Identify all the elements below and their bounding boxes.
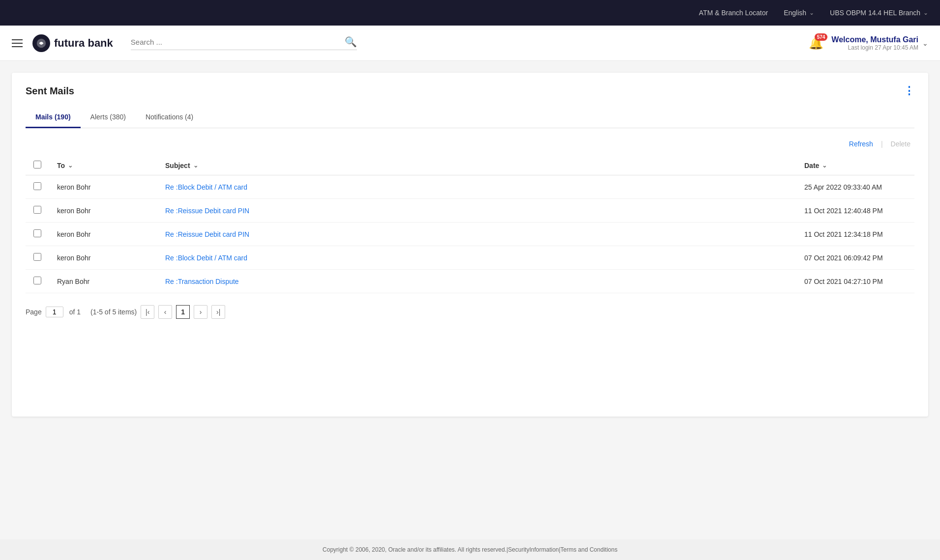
first-page-button[interactable]: |‹ (141, 305, 154, 319)
language-selector[interactable]: English ⌄ (784, 9, 814, 17)
row-to: keron Bohr (49, 175, 157, 199)
toolbar-separator: | (881, 140, 883, 148)
svg-point-1 (40, 42, 43, 45)
row-to: keron Bohr (49, 199, 157, 223)
logo: futura bank (32, 34, 113, 52)
notification-badge: 574 (815, 33, 828, 41)
row-date: 11 Oct 2021 12:34:18 PM (796, 223, 914, 246)
date-column-header[interactable]: Date ⌄ (796, 156, 914, 175)
prev-page-button[interactable]: ‹ (158, 305, 172, 319)
row-subject: Re :Block Debit / ATM card (157, 175, 796, 199)
to-sort-icon: ⌄ (68, 162, 73, 169)
subject-column-header[interactable]: Subject ⌄ (157, 156, 796, 175)
page-content: Sent Mails ⋮ Mails (190) Alerts (380) No… (12, 73, 928, 417)
pagination: Page of 1 (1-5 of 5 items) |‹ ‹ 1 › ›| (26, 305, 914, 319)
subject-sort-icon: ⌄ (193, 162, 198, 169)
user-name: Welcome, Mustufa Gari (831, 35, 918, 44)
row-checkbox-cell (26, 270, 49, 293)
page-title: Sent Mails (26, 85, 74, 97)
row-checkbox-3[interactable] (33, 253, 41, 261)
hamburger-menu[interactable] (12, 39, 23, 47)
kebab-menu-button[interactable]: ⋮ (904, 84, 914, 97)
row-subject: Re :Reissue Debit card PIN (157, 199, 796, 223)
row-subject: Re :Reissue Debit card PIN (157, 223, 796, 246)
branch-label: UBS OBPM 14.4 HEL Branch (830, 9, 920, 17)
date-sort-icon: ⌄ (822, 162, 827, 169)
row-subject: Re :Transaction Dispute (157, 270, 796, 293)
select-all-header (26, 156, 49, 175)
table-row: Ryan Bohr Re :Transaction Dispute 07 Oct… (26, 270, 914, 293)
subject-link-4[interactable]: Re :Transaction Dispute (165, 278, 239, 285)
tab-notifications[interactable]: Notifications (4) (136, 107, 203, 128)
select-all-checkbox[interactable] (33, 161, 41, 168)
table-row: keron Bohr Re :Block Debit / ATM card 25… (26, 175, 914, 199)
table-row: keron Bohr Re :Block Debit / ATM card 07… (26, 246, 914, 270)
footer: Copyright © 2006, 2020, Oracle and/or it… (0, 539, 940, 560)
row-checkbox-4[interactable] (33, 277, 41, 284)
to-column-header[interactable]: To ⌄ (49, 156, 157, 175)
row-date: 07 Oct 2021 04:27:10 PM (796, 270, 914, 293)
row-checkbox-cell (26, 223, 49, 246)
row-date: 11 Oct 2021 12:40:48 PM (796, 199, 914, 223)
last-page-button[interactable]: ›| (211, 305, 225, 319)
footer-text: Copyright © 2006, 2020, Oracle and/or it… (323, 546, 617, 553)
refresh-button[interactable]: Refresh (845, 138, 877, 150)
user-chevron-icon: ⌄ (922, 39, 928, 47)
subject-link-2[interactable]: Re :Reissue Debit card PIN (165, 230, 249, 238)
search-icon[interactable]: 🔍 (345, 36, 357, 48)
subject-link-3[interactable]: Re :Block Debit / ATM card (165, 254, 247, 262)
user-info[interactable]: Welcome, Mustufa Gari Last login 27 Apr … (831, 35, 928, 51)
logo-text: futura bank (54, 37, 113, 50)
current-page-indicator: 1 (176, 305, 190, 319)
tab-mails[interactable]: Mails (190) (26, 107, 81, 128)
header-right: 🔔 574 Welcome, Mustufa Gari Last login 2… (809, 35, 928, 51)
page-label: Page (26, 308, 42, 316)
subject-link-1[interactable]: Re :Reissue Debit card PIN (165, 207, 249, 215)
row-checkbox-cell (26, 199, 49, 223)
row-subject: Re :Block Debit / ATM card (157, 246, 796, 270)
chevron-down-icon: ⌄ (923, 9, 928, 16)
tabs-bar: Mails (190) Alerts (380) Notifications (… (26, 107, 914, 128)
subject-link-0[interactable]: Re :Block Debit / ATM card (165, 183, 247, 191)
language-label: English (784, 9, 806, 17)
tab-alerts[interactable]: Alerts (380) (81, 107, 136, 128)
atm-label: ATM & Branch Locator (699, 9, 768, 17)
mails-table: To ⌄ Subject ⌄ Date ⌄ (26, 156, 914, 293)
row-checkbox-cell (26, 246, 49, 270)
last-login: Last login 27 Apr 10:45 AM (831, 44, 918, 51)
notification-bell[interactable]: 🔔 574 (809, 36, 823, 50)
top-bar: ATM & Branch Locator English ⌄ UBS OBPM … (0, 0, 940, 26)
delete-button[interactable]: Delete (887, 138, 914, 150)
row-to: Ryan Bohr (49, 270, 157, 293)
toolbar: Refresh | Delete (26, 138, 914, 150)
logo-icon (32, 34, 50, 52)
table-row: keron Bohr Re :Reissue Debit card PIN 11… (26, 223, 914, 246)
table-row: keron Bohr Re :Reissue Debit card PIN 11… (26, 199, 914, 223)
user-text: Welcome, Mustufa Gari Last login 27 Apr … (831, 35, 918, 51)
chevron-down-icon: ⌄ (809, 9, 814, 16)
branch-selector[interactable]: UBS OBPM 14.4 HEL Branch ⌄ (830, 9, 928, 17)
page-header: Sent Mails ⋮ (26, 84, 914, 97)
atm-branch-locator[interactable]: ATM & Branch Locator (699, 9, 768, 17)
items-info: (1-5 of 5 items) (90, 308, 137, 316)
row-date: 25 Apr 2022 09:33:40 AM (796, 175, 914, 199)
of-label: of 1 (69, 308, 81, 316)
row-to: keron Bohr (49, 246, 157, 270)
main-header: futura bank 🔍 🔔 574 Welcome, Mustufa Gar… (0, 26, 940, 61)
search-bar[interactable]: 🔍 (131, 36, 357, 50)
search-input[interactable] (131, 38, 345, 46)
row-checkbox-0[interactable] (33, 182, 41, 190)
page-number-input[interactable] (46, 307, 63, 317)
row-to: keron Bohr (49, 223, 157, 246)
row-checkbox-2[interactable] (33, 229, 41, 237)
row-checkbox-cell (26, 175, 49, 199)
row-date: 07 Oct 2021 06:09:42 PM (796, 246, 914, 270)
row-checkbox-1[interactable] (33, 206, 41, 214)
next-page-button[interactable]: › (194, 305, 207, 319)
